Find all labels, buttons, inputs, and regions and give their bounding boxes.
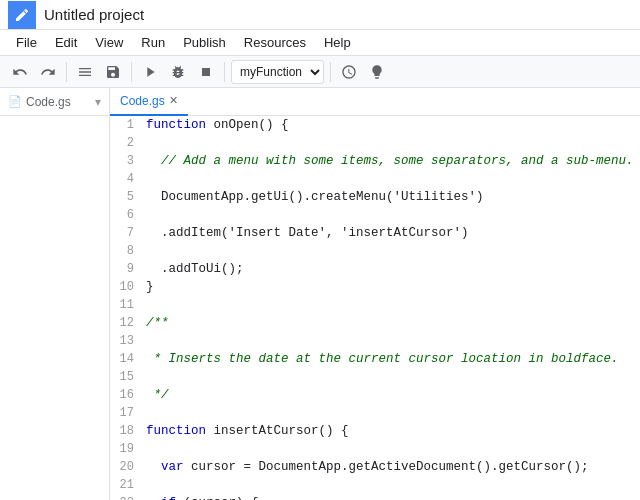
- line-number: 19: [110, 440, 146, 458]
- debug-button[interactable]: [166, 60, 190, 84]
- line-content: // Add a menu with some items, some sepa…: [146, 152, 640, 170]
- code-line: 20 var cursor = DocumentApp.getActiveDoc…: [110, 458, 640, 476]
- save-button[interactable]: [101, 60, 125, 84]
- toolbar-separator-4: [330, 62, 331, 82]
- menu-resources[interactable]: Resources: [236, 32, 314, 53]
- line-content: [146, 242, 640, 260]
- sidebar-file-icon: 📄: [8, 95, 22, 108]
- line-number: 17: [110, 404, 146, 422]
- redo-button[interactable]: [36, 60, 60, 84]
- line-number: 4: [110, 170, 146, 188]
- lightbulb-button[interactable]: [365, 60, 389, 84]
- line-content: function onOpen() {: [146, 116, 640, 134]
- sidebar-tab: 📄 Code.gs ▾: [0, 88, 110, 115]
- line-content: [146, 368, 640, 386]
- code-line: 1function onOpen() {: [110, 116, 640, 134]
- line-number: 14: [110, 350, 146, 368]
- code-line: 5 DocumentApp.getUi().createMenu('Utilit…: [110, 188, 640, 206]
- code-line: 4: [110, 170, 640, 188]
- code-line: 3 // Add a menu with some items, some se…: [110, 152, 640, 170]
- app-logo: [8, 1, 36, 29]
- line-number: 12: [110, 314, 146, 332]
- line-number: 6: [110, 206, 146, 224]
- toolbar-separator-2: [131, 62, 132, 82]
- code-line: 17: [110, 404, 640, 422]
- line-number: 7: [110, 224, 146, 242]
- line-content: [146, 404, 640, 422]
- line-content: */: [146, 386, 640, 404]
- line-content: [146, 440, 640, 458]
- tab-label: Code.gs: [120, 94, 165, 108]
- line-number: 9: [110, 260, 146, 278]
- code-line: 13: [110, 332, 640, 350]
- menu-run[interactable]: Run: [133, 32, 173, 53]
- line-content: .addItem('Insert Date', 'insertAtCursor'…: [146, 224, 640, 242]
- line-content: * Inserts the date at the current cursor…: [146, 350, 640, 368]
- line-number: 16: [110, 386, 146, 404]
- toolbar-separator-1: [66, 62, 67, 82]
- menu-publish[interactable]: Publish: [175, 32, 234, 53]
- menu-edit[interactable]: Edit: [47, 32, 85, 53]
- toolbar: myFunction: [0, 56, 640, 88]
- sidebar-filename: Code.gs: [26, 95, 71, 109]
- code-line: 11: [110, 296, 640, 314]
- undo-button[interactable]: [8, 60, 32, 84]
- sidebar-menu-icon[interactable]: ▾: [95, 95, 101, 109]
- tab-bar: 📄 Code.gs ▾ Code.gs ✕: [0, 88, 640, 116]
- script-properties-button[interactable]: [73, 60, 97, 84]
- line-content: var cursor = DocumentApp.getActiveDocume…: [146, 458, 640, 476]
- line-number: 11: [110, 296, 146, 314]
- main-content: 1function onOpen() {23 // Add a menu wit…: [0, 116, 640, 500]
- menu-bar: File Edit View Run Publish Resources Hel…: [0, 30, 640, 56]
- line-number: 15: [110, 368, 146, 386]
- menu-view[interactable]: View: [87, 32, 131, 53]
- line-number: 3: [110, 152, 146, 170]
- line-content: [146, 296, 640, 314]
- code-line: 7 .addItem('Insert Date', 'insertAtCurso…: [110, 224, 640, 242]
- line-content: [146, 170, 640, 188]
- menu-help[interactable]: Help: [316, 32, 359, 53]
- code-line: 15: [110, 368, 640, 386]
- menu-file[interactable]: File: [8, 32, 45, 53]
- line-content: /**: [146, 314, 640, 332]
- code-line: 22 if (cursor) {: [110, 494, 640, 500]
- code-line: 8: [110, 242, 640, 260]
- tab-code-gs[interactable]: Code.gs ✕: [110, 88, 188, 116]
- line-number: 13: [110, 332, 146, 350]
- code-line: 2: [110, 134, 640, 152]
- line-content: [146, 476, 640, 494]
- file-sidebar: [0, 116, 110, 500]
- code-line: 19: [110, 440, 640, 458]
- tab-close-icon[interactable]: ✕: [169, 94, 178, 107]
- line-number: 2: [110, 134, 146, 152]
- code-editor[interactable]: 1function onOpen() {23 // Add a menu wit…: [110, 116, 640, 500]
- line-content: [146, 206, 640, 224]
- code-line: 10}: [110, 278, 640, 296]
- line-number: 8: [110, 242, 146, 260]
- stop-button[interactable]: [194, 60, 218, 84]
- code-lines: 1function onOpen() {23 // Add a menu wit…: [110, 116, 640, 500]
- project-title: Untitled project: [44, 6, 144, 23]
- line-content: [146, 134, 640, 152]
- line-number: 10: [110, 278, 146, 296]
- code-line: 16 */: [110, 386, 640, 404]
- line-number: 21: [110, 476, 146, 494]
- line-number: 20: [110, 458, 146, 476]
- title-bar: Untitled project: [0, 0, 640, 30]
- trigger-button[interactable]: [337, 60, 361, 84]
- code-line: 21: [110, 476, 640, 494]
- function-selector[interactable]: myFunction: [231, 60, 324, 84]
- run-code-button[interactable]: [138, 60, 162, 84]
- line-number: 1: [110, 116, 146, 134]
- line-content: DocumentApp.getUi().createMenu('Utilitie…: [146, 188, 640, 206]
- line-content: }: [146, 278, 640, 296]
- line-number: 18: [110, 422, 146, 440]
- toolbar-separator-3: [224, 62, 225, 82]
- code-line: 12/**: [110, 314, 640, 332]
- line-content: [146, 332, 640, 350]
- line-content: function insertAtCursor() {: [146, 422, 640, 440]
- code-line: 18function insertAtCursor() {: [110, 422, 640, 440]
- code-line: 9 .addToUi();: [110, 260, 640, 278]
- line-number: 22: [110, 494, 146, 500]
- line-content: .addToUi();: [146, 260, 640, 278]
